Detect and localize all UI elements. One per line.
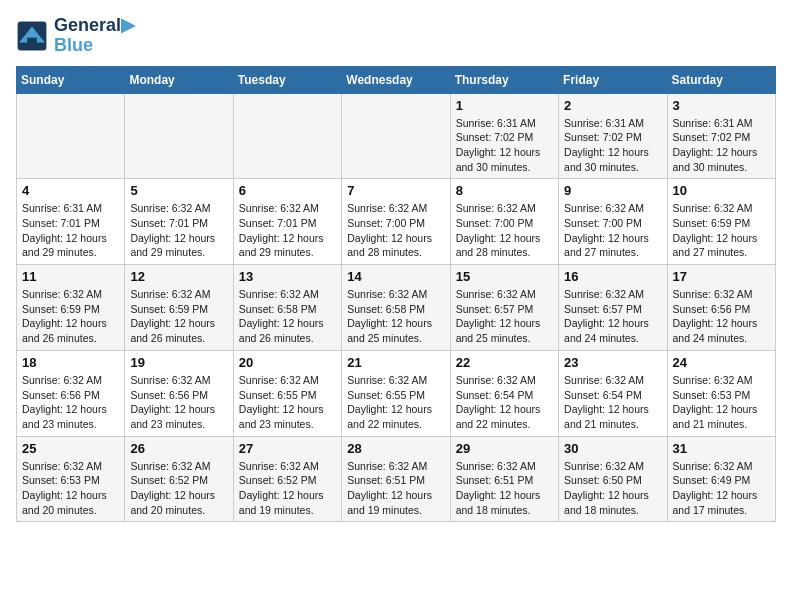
weekday-header: Tuesday — [233, 66, 341, 93]
calendar-week-row: 25Sunrise: 6:32 AM Sunset: 6:53 PM Dayli… — [17, 436, 776, 522]
day-info: Sunrise: 6:32 AM Sunset: 7:00 PM Dayligh… — [347, 201, 444, 260]
calendar-day-cell: 28Sunrise: 6:32 AM Sunset: 6:51 PM Dayli… — [342, 436, 450, 522]
day-number: 23 — [564, 355, 661, 370]
calendar-day-cell: 30Sunrise: 6:32 AM Sunset: 6:50 PM Dayli… — [559, 436, 667, 522]
calendar-day-cell: 2Sunrise: 6:31 AM Sunset: 7:02 PM Daylig… — [559, 93, 667, 179]
calendar-day-cell: 24Sunrise: 6:32 AM Sunset: 6:53 PM Dayli… — [667, 350, 775, 436]
calendar-day-cell — [125, 93, 233, 179]
day-info: Sunrise: 6:32 AM Sunset: 6:59 PM Dayligh… — [673, 201, 770, 260]
day-info: Sunrise: 6:32 AM Sunset: 6:59 PM Dayligh… — [130, 287, 227, 346]
calendar-day-cell: 5Sunrise: 6:32 AM Sunset: 7:01 PM Daylig… — [125, 179, 233, 265]
calendar-day-cell: 31Sunrise: 6:32 AM Sunset: 6:49 PM Dayli… — [667, 436, 775, 522]
day-number: 15 — [456, 269, 553, 284]
calendar-day-cell — [342, 93, 450, 179]
calendar-day-cell: 22Sunrise: 6:32 AM Sunset: 6:54 PM Dayli… — [450, 350, 558, 436]
day-info: Sunrise: 6:32 AM Sunset: 6:51 PM Dayligh… — [347, 459, 444, 518]
day-number: 7 — [347, 183, 444, 198]
day-number: 17 — [673, 269, 770, 284]
calendar-day-cell: 10Sunrise: 6:32 AM Sunset: 6:59 PM Dayli… — [667, 179, 775, 265]
day-info: Sunrise: 6:31 AM Sunset: 7:02 PM Dayligh… — [456, 116, 553, 175]
day-number: 6 — [239, 183, 336, 198]
day-number: 20 — [239, 355, 336, 370]
day-info: Sunrise: 6:32 AM Sunset: 6:52 PM Dayligh… — [130, 459, 227, 518]
calendar-day-cell — [17, 93, 125, 179]
calendar-day-cell: 20Sunrise: 6:32 AM Sunset: 6:55 PM Dayli… — [233, 350, 341, 436]
calendar-table: SundayMondayTuesdayWednesdayThursdayFrid… — [16, 66, 776, 523]
day-info: Sunrise: 6:32 AM Sunset: 7:01 PM Dayligh… — [130, 201, 227, 260]
day-info: Sunrise: 6:31 AM Sunset: 7:02 PM Dayligh… — [673, 116, 770, 175]
calendar-day-cell: 15Sunrise: 6:32 AM Sunset: 6:57 PM Dayli… — [450, 265, 558, 351]
day-number: 9 — [564, 183, 661, 198]
day-number: 16 — [564, 269, 661, 284]
day-number: 30 — [564, 441, 661, 456]
day-info: Sunrise: 6:32 AM Sunset: 6:57 PM Dayligh… — [564, 287, 661, 346]
day-number: 31 — [673, 441, 770, 456]
calendar-day-cell: 13Sunrise: 6:32 AM Sunset: 6:58 PM Dayli… — [233, 265, 341, 351]
day-number: 2 — [564, 98, 661, 113]
svg-rect-2 — [27, 37, 37, 45]
calendar-week-row: 4Sunrise: 6:31 AM Sunset: 7:01 PM Daylig… — [17, 179, 776, 265]
calendar-day-cell: 11Sunrise: 6:32 AM Sunset: 6:59 PM Dayli… — [17, 265, 125, 351]
day-info: Sunrise: 6:32 AM Sunset: 6:56 PM Dayligh… — [130, 373, 227, 432]
day-number: 21 — [347, 355, 444, 370]
day-info: Sunrise: 6:32 AM Sunset: 6:50 PM Dayligh… — [564, 459, 661, 518]
day-number: 13 — [239, 269, 336, 284]
day-number: 3 — [673, 98, 770, 113]
day-info: Sunrise: 6:32 AM Sunset: 6:55 PM Dayligh… — [239, 373, 336, 432]
calendar-week-row: 1Sunrise: 6:31 AM Sunset: 7:02 PM Daylig… — [17, 93, 776, 179]
calendar-day-cell: 29Sunrise: 6:32 AM Sunset: 6:51 PM Dayli… — [450, 436, 558, 522]
day-number: 25 — [22, 441, 119, 456]
calendar-day-cell: 21Sunrise: 6:32 AM Sunset: 6:55 PM Dayli… — [342, 350, 450, 436]
day-info: Sunrise: 6:31 AM Sunset: 7:02 PM Dayligh… — [564, 116, 661, 175]
day-number: 14 — [347, 269, 444, 284]
day-number: 4 — [22, 183, 119, 198]
page-header: General▶ Blue — [16, 16, 776, 56]
weekday-header: Saturday — [667, 66, 775, 93]
day-info: Sunrise: 6:32 AM Sunset: 6:53 PM Dayligh… — [673, 373, 770, 432]
day-info: Sunrise: 6:32 AM Sunset: 6:51 PM Dayligh… — [456, 459, 553, 518]
day-info: Sunrise: 6:32 AM Sunset: 6:55 PM Dayligh… — [347, 373, 444, 432]
calendar-day-cell: 4Sunrise: 6:31 AM Sunset: 7:01 PM Daylig… — [17, 179, 125, 265]
day-info: Sunrise: 6:32 AM Sunset: 6:56 PM Dayligh… — [22, 373, 119, 432]
day-number: 28 — [347, 441, 444, 456]
day-number: 29 — [456, 441, 553, 456]
day-info: Sunrise: 6:32 AM Sunset: 6:49 PM Dayligh… — [673, 459, 770, 518]
day-info: Sunrise: 6:32 AM Sunset: 7:00 PM Dayligh… — [456, 201, 553, 260]
calendar-day-cell: 25Sunrise: 6:32 AM Sunset: 6:53 PM Dayli… — [17, 436, 125, 522]
calendar-day-cell: 3Sunrise: 6:31 AM Sunset: 7:02 PM Daylig… — [667, 93, 775, 179]
day-number: 18 — [22, 355, 119, 370]
calendar-day-cell: 17Sunrise: 6:32 AM Sunset: 6:56 PM Dayli… — [667, 265, 775, 351]
calendar-day-cell: 1Sunrise: 6:31 AM Sunset: 7:02 PM Daylig… — [450, 93, 558, 179]
weekday-header: Thursday — [450, 66, 558, 93]
day-info: Sunrise: 6:32 AM Sunset: 6:54 PM Dayligh… — [564, 373, 661, 432]
calendar-day-cell: 18Sunrise: 6:32 AM Sunset: 6:56 PM Dayli… — [17, 350, 125, 436]
calendar-day-cell: 19Sunrise: 6:32 AM Sunset: 6:56 PM Dayli… — [125, 350, 233, 436]
day-info: Sunrise: 6:32 AM Sunset: 6:58 PM Dayligh… — [239, 287, 336, 346]
logo-icon — [16, 20, 48, 52]
day-info: Sunrise: 6:32 AM Sunset: 6:52 PM Dayligh… — [239, 459, 336, 518]
calendar-day-cell: 14Sunrise: 6:32 AM Sunset: 6:58 PM Dayli… — [342, 265, 450, 351]
weekday-header-row: SundayMondayTuesdayWednesdayThursdayFrid… — [17, 66, 776, 93]
day-number: 12 — [130, 269, 227, 284]
day-info: Sunrise: 6:32 AM Sunset: 6:53 PM Dayligh… — [22, 459, 119, 518]
day-number: 24 — [673, 355, 770, 370]
calendar-day-cell: 26Sunrise: 6:32 AM Sunset: 6:52 PM Dayli… — [125, 436, 233, 522]
day-number: 1 — [456, 98, 553, 113]
day-number: 8 — [456, 183, 553, 198]
day-info: Sunrise: 6:32 AM Sunset: 6:56 PM Dayligh… — [673, 287, 770, 346]
weekday-header: Wednesday — [342, 66, 450, 93]
day-number: 10 — [673, 183, 770, 198]
logo-text: General▶ Blue — [54, 16, 135, 56]
calendar-day-cell: 9Sunrise: 6:32 AM Sunset: 7:00 PM Daylig… — [559, 179, 667, 265]
day-info: Sunrise: 6:32 AM Sunset: 7:00 PM Dayligh… — [564, 201, 661, 260]
calendar-week-row: 18Sunrise: 6:32 AM Sunset: 6:56 PM Dayli… — [17, 350, 776, 436]
calendar-day-cell: 16Sunrise: 6:32 AM Sunset: 6:57 PM Dayli… — [559, 265, 667, 351]
weekday-header: Monday — [125, 66, 233, 93]
day-number: 5 — [130, 183, 227, 198]
calendar-day-cell: 8Sunrise: 6:32 AM Sunset: 7:00 PM Daylig… — [450, 179, 558, 265]
weekday-header: Sunday — [17, 66, 125, 93]
calendar-day-cell: 27Sunrise: 6:32 AM Sunset: 6:52 PM Dayli… — [233, 436, 341, 522]
calendar-day-cell: 23Sunrise: 6:32 AM Sunset: 6:54 PM Dayli… — [559, 350, 667, 436]
day-info: Sunrise: 6:32 AM Sunset: 6:57 PM Dayligh… — [456, 287, 553, 346]
calendar-day-cell: 7Sunrise: 6:32 AM Sunset: 7:00 PM Daylig… — [342, 179, 450, 265]
